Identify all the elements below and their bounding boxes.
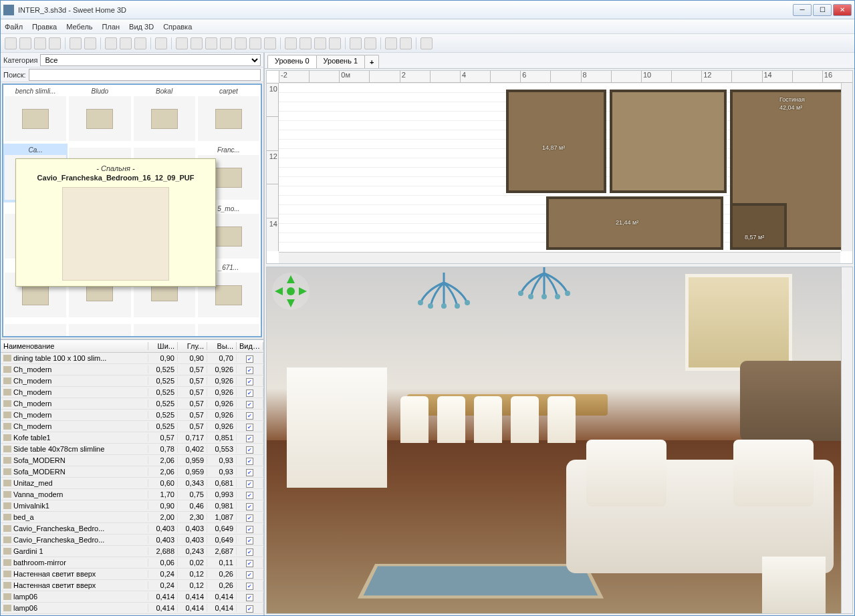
create-dimensions-icon[interactable] xyxy=(249,37,261,49)
table-row[interactable]: Ch_modern0,5250,570,926✔ xyxy=(1,421,263,432)
table-row[interactable]: Ch_modern0,5250,570,926✔ xyxy=(1,398,263,410)
catalog-item[interactable] xyxy=(68,320,132,337)
table-row[interactable]: Ch_modern0,5250,570,926✔ xyxy=(1,364,263,375)
visibility-checkbox[interactable]: ✔ xyxy=(246,390,253,397)
preferences-icon[interactable] xyxy=(49,37,61,49)
zoom-in-icon[interactable] xyxy=(350,37,362,49)
menu-file[interactable]: Файл xyxy=(5,23,23,31)
visibility-checkbox[interactable]: ✔ xyxy=(246,401,253,408)
minimize-button[interactable]: ─ xyxy=(793,4,812,16)
table-row[interactable]: Настенная светит вверх0,240,120,26✔ xyxy=(1,569,263,580)
visibility-checkbox[interactable]: ✔ xyxy=(246,480,253,488)
table-row[interactable]: dining table 100 x 100 slim...0,900,900,… xyxy=(1,353,263,364)
table-row[interactable]: Side table 40x78cm slimline0,780,4020,55… xyxy=(1,444,263,455)
create-polyline-icon[interactable] xyxy=(235,37,247,49)
category-select[interactable]: Все xyxy=(40,54,261,66)
table-row[interactable]: lamp060,4140,4140,414✔ xyxy=(1,603,263,614)
menu-edit[interactable]: Правка xyxy=(32,23,57,31)
visibility-checkbox[interactable]: ✔ xyxy=(246,446,253,454)
furniture-catalog[interactable]: bench slimli...BludoBokalcarpetCa...Fran… xyxy=(2,84,262,337)
visibility-checkbox[interactable]: ✔ xyxy=(246,367,253,374)
create-text-icon[interactable] xyxy=(264,37,276,49)
table-row[interactable]: Gardini 12,6880,2432,687✔ xyxy=(1,546,263,557)
plan-scrollbar-horizontal[interactable] xyxy=(279,252,840,263)
view-3d[interactable] xyxy=(266,267,853,614)
table-row[interactable]: lamp060,4140,4140,414✔ xyxy=(1,591,263,603)
visibility-checkbox[interactable]: ✔ xyxy=(246,560,253,567)
plan-room[interactable] xyxy=(610,90,727,193)
pan-icon[interactable] xyxy=(191,37,203,49)
help-icon[interactable] xyxy=(420,37,433,49)
save-icon[interactable] xyxy=(34,37,46,49)
plan-room[interactable]: 8,57 м² xyxy=(730,203,787,250)
menu-plan[interactable]: План xyxy=(102,23,120,31)
tab-add-level[interactable]: + xyxy=(364,55,379,68)
table-row[interactable]: Umivalnik10,900,460,981✔ xyxy=(1,500,263,512)
col-depth-header[interactable]: Глу... xyxy=(178,342,207,350)
visibility-checkbox[interactable]: ✔ xyxy=(246,458,253,465)
plan-room[interactable]: 14,87 м² xyxy=(506,90,606,193)
visibility-checkbox[interactable]: ✔ xyxy=(246,424,253,431)
visibility-checkbox[interactable]: ✔ xyxy=(246,435,253,442)
undo-icon[interactable] xyxy=(70,37,82,49)
close-button[interactable]: ✕ xyxy=(833,4,852,16)
table-row[interactable]: Unitaz_med0,600,3430,681✔ xyxy=(1,478,263,489)
plan-canvas[interactable]: 14,87 м² Гостиная42,04 м² 21,44 м² 8,57 … xyxy=(279,83,852,251)
catalog-item[interactable]: carpet xyxy=(197,85,261,144)
table-row[interactable]: Kofe table10,570,7170,851✔ xyxy=(1,432,263,444)
text-italic-icon[interactable] xyxy=(299,37,312,49)
menu-3dview[interactable]: Вид 3D xyxy=(129,23,154,31)
table-row[interactable]: Sofa_MODERN2,060,9590,93✔ xyxy=(1,466,263,478)
plan-scrollbar-vertical[interactable] xyxy=(841,83,852,251)
visibility-checkbox[interactable]: ✔ xyxy=(246,605,253,613)
text-size-up-icon[interactable] xyxy=(314,37,326,49)
plan-room[interactable]: 21,44 м² xyxy=(546,196,723,250)
catalog-item[interactable]: Bludo xyxy=(68,85,132,144)
tab-level-1[interactable]: Уровень 1 xyxy=(316,55,366,68)
table-row[interactable]: Sofa_MODERN2,060,9590,93✔ xyxy=(1,455,263,466)
create-rooms-icon[interactable] xyxy=(220,37,232,49)
visibility-checkbox[interactable]: ✔ xyxy=(246,492,253,499)
copy-icon[interactable] xyxy=(120,37,132,49)
table-row[interactable]: Настенная светит вверх0,240,120,26✔ xyxy=(1,580,263,591)
video-icon[interactable] xyxy=(400,37,412,49)
select-icon[interactable] xyxy=(176,37,188,49)
visibility-checkbox[interactable]: ✔ xyxy=(246,537,253,545)
col-height-header[interactable]: Вы... xyxy=(207,342,237,350)
visibility-checkbox[interactable]: ✔ xyxy=(246,378,253,386)
catalog-item[interactable] xyxy=(132,320,197,337)
table-row[interactable]: Ch_modern0,5250,570,926✔ xyxy=(1,410,263,421)
zoom-out-icon[interactable] xyxy=(364,37,376,49)
3d-nav-compass[interactable] xyxy=(272,273,310,310)
catalog-item[interactable]: Bokal xyxy=(132,85,197,144)
cut-icon[interactable] xyxy=(105,37,117,49)
3d-scrollbar-vertical[interactable] xyxy=(841,267,852,613)
table-row[interactable]: bathroom-mirror0,060,020,11✔ xyxy=(1,557,263,569)
col-width-header[interactable]: Ши... xyxy=(148,342,178,350)
visibility-checkbox[interactable]: ✔ xyxy=(246,549,253,556)
table-row[interactable]: Vanna_modern1,700,750,993✔ xyxy=(1,489,263,500)
menu-help[interactable]: Справка xyxy=(163,23,192,31)
catalog-item[interactable] xyxy=(197,320,261,337)
redo-icon[interactable] xyxy=(84,37,96,49)
catalog-item[interactable]: bench slimli... xyxy=(3,85,68,144)
table-row[interactable]: Cavio_Francheska_Bedro...0,4030,4030,649… xyxy=(1,534,263,546)
plan-view[interactable]: -20м246810121416 101214 14,87 м² Гостина… xyxy=(266,70,853,264)
table-row[interactable]: Ch_modern0,5250,570,926✔ xyxy=(1,387,263,398)
create-walls-icon[interactable] xyxy=(205,37,217,49)
open-icon[interactable] xyxy=(19,37,31,49)
visibility-checkbox[interactable]: ✔ xyxy=(246,594,253,601)
table-row[interactable]: Ch_modern0,5250,570,926✔ xyxy=(1,375,263,387)
photo-icon[interactable] xyxy=(385,37,397,49)
visibility-checkbox[interactable]: ✔ xyxy=(246,571,253,579)
search-input[interactable] xyxy=(29,69,261,81)
new-icon[interactable] xyxy=(5,37,17,49)
col-name-header[interactable]: Наименование xyxy=(1,342,148,350)
visibility-checkbox[interactable]: ✔ xyxy=(246,526,253,533)
visibility-checkbox[interactable]: ✔ xyxy=(246,583,253,590)
add-furniture-icon[interactable] xyxy=(155,37,167,49)
visibility-checkbox[interactable]: ✔ xyxy=(246,412,253,420)
text-size-down-icon[interactable] xyxy=(329,37,341,49)
maximize-button[interactable]: ☐ xyxy=(813,4,832,16)
visibility-checkbox[interactable]: ✔ xyxy=(246,469,253,476)
